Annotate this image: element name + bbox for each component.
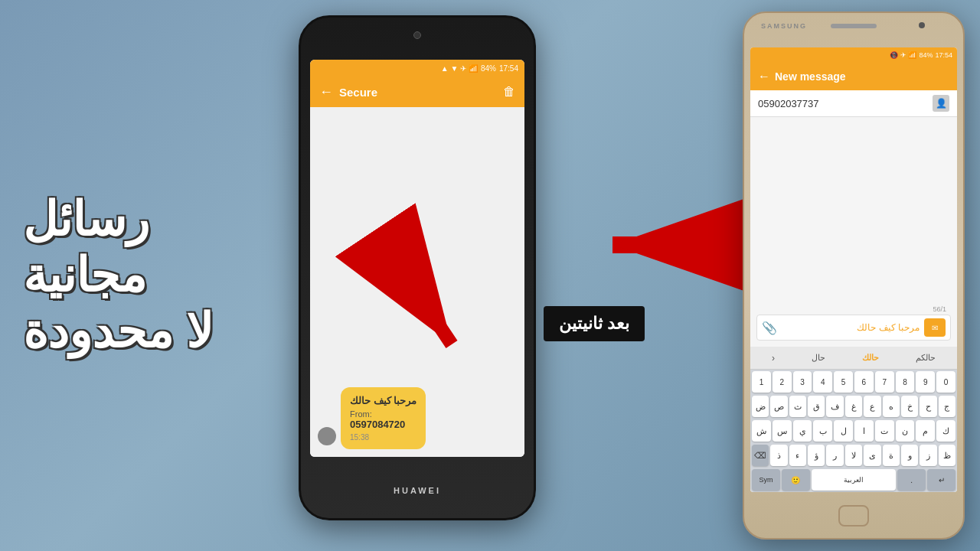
key-ra[interactable]: ر xyxy=(826,445,843,466)
after-two-banner: بعد ثانيتين xyxy=(544,306,645,341)
samsung-speaker xyxy=(831,24,877,28)
samsung-suggestion-1[interactable]: حال xyxy=(812,353,825,363)
key-1[interactable]: 1 xyxy=(752,371,771,393)
bubble-from-label: From: xyxy=(350,409,416,419)
bubble-title: مرحبا كيف حالك xyxy=(350,395,416,406)
arabic-line-2: مجانية xyxy=(23,249,146,302)
keyboard-arabic-row-2: ش س ي ب ل ا ت ن م ك xyxy=(750,419,957,443)
key-ya[interactable]: ي xyxy=(793,420,812,442)
samsung-suggestion-3[interactable]: حالكم xyxy=(916,353,936,363)
keyboard-arabic-row-1: ض ص ث ق ف غ ع ه خ ح ج xyxy=(750,394,957,419)
huawei-header: ← Secure 🗑 xyxy=(310,77,524,107)
samsung-brand-label: SAMSUNG xyxy=(761,22,807,30)
key-ha[interactable]: ه xyxy=(883,396,900,417)
key-emoji[interactable]: 🙂 xyxy=(782,469,810,491)
samsung-battery: 84% xyxy=(919,51,933,59)
key-9[interactable]: 9 xyxy=(916,371,935,393)
keyboard-arabic-row-3: ⌫ ذ ء ؤ ر لا ى ة و ز ظ xyxy=(750,443,957,468)
message-bubble: مرحبا كيف حالك From: 0597084720 15:38 xyxy=(341,387,426,449)
samsung-header-title: New message xyxy=(775,70,949,83)
huawei-delete-icon[interactable]: 🗑 xyxy=(503,85,515,99)
samsung-suggestion-2-highlight[interactable]: حالك xyxy=(862,353,879,363)
huawei-camera xyxy=(413,31,421,39)
key-sym[interactable]: Sym xyxy=(752,469,780,491)
samsung-to-number: 05902037737 xyxy=(758,98,933,109)
key-thal[interactable]: ذ xyxy=(770,445,787,466)
arabic-line-1: رسائل xyxy=(23,194,149,246)
key-zain[interactable]: ز xyxy=(920,445,936,466)
key-alef[interactable]: ا xyxy=(854,420,874,442)
huawei-status-bar: ▲ ▼ ✈ 📶 84% 17:54 xyxy=(310,60,524,77)
samsung-contact-icon[interactable]: 👤 xyxy=(933,95,949,112)
key-hha[interactable]: ح xyxy=(920,396,936,417)
huawei-battery: 84% xyxy=(481,64,496,73)
keyboard-bottom-row: Sym 🙂 العربية . ↵ xyxy=(750,468,957,492)
key-4[interactable]: 4 xyxy=(813,371,832,393)
samsung-back-button[interactable]: ← xyxy=(758,70,770,83)
key-2[interactable]: 2 xyxy=(773,371,792,393)
samsung-screen: 📵 ✈ 📶 84% 17:54 ← New message 0590203773… xyxy=(750,47,957,492)
huawei-back-button[interactable]: ← xyxy=(319,84,333,100)
key-space[interactable]: العربية xyxy=(812,469,897,491)
key-waw-hamza[interactable]: ؤ xyxy=(808,445,825,466)
key-shin[interactable]: ش xyxy=(752,420,771,442)
keyboard-number-row: 1 2 3 4 5 6 7 8 9 0 xyxy=(750,370,957,394)
samsung-suggestions-row[interactable]: › حال حالك حالكم xyxy=(750,347,957,370)
samsung-compose-row: 📎 مرحبا كيف حالك ✉ xyxy=(756,315,951,341)
key-0[interactable]: 0 xyxy=(936,371,956,393)
key-kaf[interactable]: ك xyxy=(936,420,956,442)
key-alef-maqsura[interactable]: ى xyxy=(864,445,880,466)
key-dad[interactable]: ض xyxy=(752,396,769,417)
key-lam[interactable]: ل xyxy=(834,420,853,442)
key-ta-marbuta[interactable]: ة xyxy=(883,445,900,466)
key-8[interactable]: 8 xyxy=(896,371,915,393)
huawei-status-icons: ▲ ▼ ✈ 📶 xyxy=(441,64,478,73)
key-sad[interactable]: ص xyxy=(770,396,787,417)
bubble-time: 15:38 xyxy=(350,433,416,442)
samsung-to-field[interactable]: 05902037737 👤 xyxy=(750,90,957,117)
key-waw[interactable]: و xyxy=(901,445,918,466)
key-ain[interactable]: ع xyxy=(864,396,880,417)
samsung-body: SAMSUNG 📵 ✈ 📶 84% 17:54 ← New message 05… xyxy=(743,11,965,540)
key-tha[interactable]: ث xyxy=(789,396,806,417)
huawei-body: ▲ ▼ ✈ 📶 84% 17:54 ← Secure 🗑 مرحبا كيف ح… xyxy=(299,15,536,520)
samsung-compose-text[interactable]: مرحبا كيف حالك xyxy=(782,322,920,333)
key-6[interactable]: 6 xyxy=(854,371,874,393)
key-7[interactable]: 7 xyxy=(875,371,894,393)
key-qaf[interactable]: ق xyxy=(808,396,825,417)
key-meem[interactable]: م xyxy=(916,420,935,442)
key-backspace[interactable]: ⌫ xyxy=(752,445,769,466)
key-zha[interactable]: ظ xyxy=(939,445,956,466)
arabic-line-3: لا محدودة xyxy=(23,305,213,357)
samsung-suggestions-chevron[interactable]: › xyxy=(772,353,775,364)
samsung-attach-icon[interactable]: 📎 xyxy=(762,321,777,335)
key-jeem[interactable]: ج xyxy=(939,396,956,417)
bubble-from-number: 0597084720 xyxy=(350,419,416,430)
samsung-header: ← New message xyxy=(750,63,957,90)
huawei-screen: ▲ ▼ ✈ 📶 84% 17:54 ← Secure 🗑 مرحبا كيف ح… xyxy=(310,60,524,457)
huawei-header-title: Secure xyxy=(339,86,503,99)
key-enter[interactable]: ↵ xyxy=(927,469,956,491)
key-la[interactable]: لا xyxy=(845,445,862,466)
key-fa[interactable]: ف xyxy=(826,396,843,417)
huawei-time: 17:54 xyxy=(499,64,518,73)
huawei-content: مرحبا كيف حالك From: 0597084720 15:38 xyxy=(310,107,524,457)
key-ba[interactable]: ب xyxy=(813,420,832,442)
arabic-title-block: رسائل مجانية لا محدودة xyxy=(23,194,213,358)
huawei-brand-label: HUAWEI xyxy=(394,486,441,495)
samsung-keyboard: › حال حالك حالكم 1 2 3 4 5 6 7 8 9 0 xyxy=(750,347,957,492)
samsung-home-button[interactable] xyxy=(838,505,869,527)
key-3[interactable]: 3 xyxy=(793,371,812,393)
key-5[interactable]: 5 xyxy=(834,371,853,393)
key-ghain[interactable]: غ xyxy=(845,396,862,417)
key-kha[interactable]: خ xyxy=(901,396,918,417)
samsung-char-count: 56/1 xyxy=(756,304,951,315)
key-hamza[interactable]: ء xyxy=(789,445,806,466)
samsung-send-button[interactable]: ✉ xyxy=(924,318,946,337)
samsung-phone: SAMSUNG 📵 ✈ 📶 84% 17:54 ← New message 05… xyxy=(743,11,965,540)
key-seen[interactable]: س xyxy=(773,420,792,442)
key-ta[interactable]: ت xyxy=(875,420,894,442)
key-period[interactable]: . xyxy=(897,469,926,491)
key-noon[interactable]: ن xyxy=(896,420,915,442)
samsung-status-icons: 📵 ✈ 📶 xyxy=(890,51,916,59)
